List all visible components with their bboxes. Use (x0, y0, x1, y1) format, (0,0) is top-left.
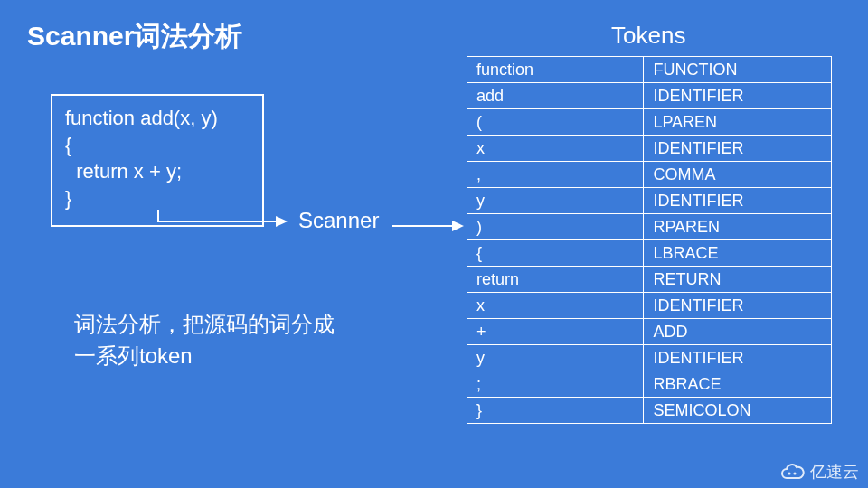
watermark-text: 亿速云 (810, 461, 859, 483)
scanner-label: Scanner (298, 208, 379, 233)
token-type-cell: IDENTIFIER (644, 293, 832, 319)
table-row: {LBRACE (467, 240, 832, 267)
token-lexeme-cell: x (467, 293, 644, 319)
table-row: +ADD (467, 319, 832, 345)
arrow-to-tokens-icon (392, 219, 465, 233)
table-row: (LPAREN (467, 109, 832, 136)
table-row: ;RBRACE (467, 371, 832, 398)
table-row: addIDENTIFIER (467, 83, 832, 109)
token-lexeme-cell: } (467, 398, 644, 424)
arrow-from-code-icon (154, 210, 289, 237)
slide-title: Scanner词法分析 (27, 18, 242, 55)
token-type-cell: COMMA (644, 162, 832, 188)
token-type-cell: ADD (644, 319, 832, 345)
svg-point-0 (788, 472, 790, 474)
code-line: { (65, 132, 250, 159)
cloud-icon (779, 463, 805, 481)
token-lexeme-cell: { (467, 240, 644, 267)
token-type-cell: IDENTIFIER (644, 83, 832, 109)
tokens-heading: Tokens (611, 22, 685, 50)
token-type-cell: RBRACE (644, 371, 832, 398)
token-type-cell: IDENTIFIER (644, 345, 832, 371)
table-row: }SEMICOLON (467, 398, 832, 424)
table-row: yIDENTIFIER (467, 188, 832, 214)
svg-point-1 (793, 472, 796, 474)
token-type-cell: RETURN (644, 267, 832, 293)
code-line: function add(x, y) (65, 105, 250, 132)
token-lexeme-cell: add (467, 83, 644, 109)
table-row: xIDENTIFIER (467, 136, 832, 162)
description-text: 词法分析，把源码的词分成 一系列token (74, 309, 335, 372)
token-lexeme-cell: y (467, 345, 644, 371)
token-type-cell: IDENTIFIER (644, 188, 832, 214)
source-code-box: function add(x, y) { return x + y; } (51, 94, 264, 227)
token-type-cell: IDENTIFIER (644, 136, 832, 162)
code-line: } (65, 185, 250, 212)
token-lexeme-cell: + (467, 319, 644, 345)
table-row: returnRETURN (467, 267, 832, 293)
token-lexeme-cell: function (467, 57, 644, 83)
token-type-cell: FUNCTION (644, 57, 832, 83)
description-line: 一系列token (74, 341, 335, 372)
token-lexeme-cell: ) (467, 214, 644, 240)
token-type-cell: LBRACE (644, 240, 832, 267)
code-line: return x + y; (65, 158, 250, 185)
description-line: 词法分析，把源码的词分成 (74, 309, 335, 341)
token-type-cell: LPAREN (644, 109, 832, 136)
token-lexeme-cell: x (467, 136, 644, 162)
table-row: )RPAREN (467, 214, 832, 240)
table-row: xIDENTIFIER (467, 293, 832, 319)
table-row: yIDENTIFIER (467, 345, 832, 371)
token-lexeme-cell: , (467, 162, 644, 188)
token-lexeme-cell: ; (467, 371, 644, 398)
watermark: 亿速云 (779, 461, 859, 483)
tokens-table: functionFUNCTIONaddIDENTIFIER(LPARENxIDE… (467, 56, 832, 424)
table-row: functionFUNCTION (467, 57, 832, 83)
table-row: ,COMMA (467, 162, 832, 188)
token-lexeme-cell: return (467, 267, 644, 293)
token-type-cell: SEMICOLON (644, 398, 832, 424)
token-lexeme-cell: y (467, 188, 644, 214)
token-type-cell: RPAREN (644, 214, 832, 240)
token-lexeme-cell: ( (467, 109, 644, 136)
